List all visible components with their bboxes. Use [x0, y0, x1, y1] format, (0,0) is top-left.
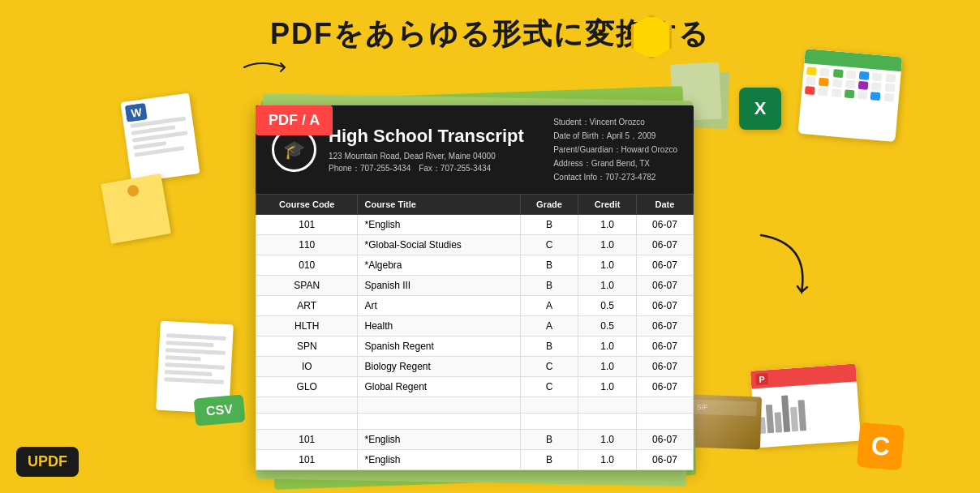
doc-line	[166, 333, 226, 341]
sticky-note-decoration	[101, 174, 171, 244]
table-cell-0	[256, 414, 358, 430]
document-header-middle: High School Transcript 123 Mountain Road…	[329, 126, 541, 174]
table-cell-0	[256, 397, 358, 414]
table-row	[256, 414, 694, 430]
excel-icon: X	[739, 88, 781, 130]
pdf-badge: PDF / A	[256, 105, 333, 135]
table-row	[256, 397, 694, 414]
cal-cell	[870, 92, 881, 101]
ppt-body	[751, 382, 860, 439]
transcript-table: Course Code Course Title Grade Credit Da…	[256, 194, 694, 470]
cal-cell	[846, 70, 857, 79]
table-cell-2	[520, 414, 578, 430]
table-cell-2: B	[520, 215, 578, 235]
cal-cell	[832, 69, 843, 78]
table-cell-0: IO	[256, 357, 358, 377]
table-cell-4: 06-07	[636, 296, 693, 316]
table-row: GLOGlobal RegentC1.006-07	[256, 377, 694, 397]
table-cell-1: *English	[358, 430, 520, 450]
word-doc-lines	[120, 93, 197, 165]
table-cell-2: B	[520, 337, 578, 357]
table-cell-2	[520, 397, 578, 414]
updf-badge: UPDF	[16, 447, 79, 477]
col-header-credit: Credit	[578, 195, 637, 215]
table-cell-1: Biology Regent	[358, 357, 520, 377]
doc-line	[165, 348, 226, 355]
contact: Contact Info：707-273-4782	[553, 170, 677, 184]
table-cell-3: 1.0	[578, 450, 637, 470]
table-cell-4: 06-07	[636, 235, 693, 255]
table-cell-0: 101	[256, 430, 358, 450]
table-cell-1: *Algebra	[358, 255, 520, 276]
table-cell-2: B	[520, 255, 578, 276]
table-header-row: Course Code Course Title Grade Credit Da…	[256, 195, 694, 215]
cal-cell	[806, 66, 817, 75]
table-cell-2: C	[520, 377, 578, 397]
table-cell-4	[636, 414, 693, 430]
table-cell-4: 06-07	[636, 450, 693, 470]
table-cell-1: Global Regent	[358, 377, 520, 397]
table-cell-0: HLTH	[256, 316, 358, 337]
text-doc-lines	[157, 321, 233, 395]
table-row: SPANSpanish IIIB1.006-07	[256, 276, 694, 296]
cal-cell	[885, 74, 896, 83]
table-row: 101*EnglishB1.006-07	[256, 215, 694, 235]
cal-cell	[858, 91, 868, 100]
table-cell-4: 06-07	[636, 430, 693, 450]
table-cell-2: B	[520, 276, 578, 296]
doc-line	[164, 377, 224, 384]
table-cell-3: 0.5	[578, 296, 637, 316]
table-row: 101*EnglishB1.006-07	[256, 430, 694, 450]
table-cell-2: A	[520, 316, 578, 337]
table-cell-4: 06-07	[636, 276, 693, 296]
doc-line	[165, 341, 213, 347]
table-cell-1: Spanish Regent	[358, 337, 520, 357]
cal-cell	[845, 89, 855, 98]
table-cell-3	[578, 414, 637, 430]
table-cell-4: 06-07	[636, 215, 693, 235]
table-cell-1: *English	[358, 450, 520, 470]
table-cell-4	[636, 397, 693, 414]
table-cell-3: 1.0	[578, 235, 637, 255]
student-name: Student：Vincent Orozco	[553, 115, 677, 129]
table-cell-0: 010	[256, 255, 358, 276]
table-cell-2: B	[520, 430, 578, 450]
table-cell-1: *English	[358, 215, 520, 235]
table-cell-0: ART	[256, 296, 358, 316]
bar	[790, 407, 798, 431]
cal-cell	[818, 88, 828, 96]
address-line1: 123 Mountain Road, Dead River, Maine 040…	[329, 150, 541, 162]
table-row: HLTHHealthA0.506-07	[256, 316, 694, 337]
document-container: PDF / A 🎓 High School Transcript 123 Mou…	[251, 93, 706, 491]
table-cell-1	[358, 414, 520, 430]
table-cell-3: 1.0	[578, 255, 637, 276]
bar	[781, 396, 790, 432]
bar-chart	[757, 390, 806, 434]
table-row: ARTArtA0.506-07	[256, 296, 694, 316]
document-header-right: Student：Vincent Orozco Date of Birth：Apr…	[553, 115, 677, 184]
cal-cell	[805, 86, 815, 95]
table-cell-0: SPN	[256, 337, 358, 357]
table-row: 010*AlgebraB1.006-07	[256, 255, 694, 276]
cal-cell	[831, 88, 841, 97]
table-cell-4: 06-07	[636, 316, 693, 337]
cal-cell	[819, 68, 830, 77]
document-address: 123 Mountain Road, Dead River, Maine 040…	[329, 150, 541, 174]
table-cell-3: 0.5	[578, 316, 637, 337]
col-header-date: Date	[636, 195, 693, 215]
table-cell-0: 110	[256, 235, 358, 255]
ppt-badge: P	[755, 373, 768, 385]
main-document: 🎓 High School Transcript 123 Mountain Ro…	[256, 105, 694, 470]
table-cell-3: 1.0	[578, 276, 637, 296]
table-cell-2: A	[520, 296, 578, 316]
cal-cell	[871, 82, 882, 91]
cal-cell	[819, 78, 829, 87]
cal-cell	[832, 79, 842, 88]
col-header-code: Course Code	[256, 195, 358, 215]
address-line2: Phone：707-255-3434 Fax：707-255-3434	[329, 162, 541, 174]
cal-cell	[845, 79, 856, 88]
table-row: SPNSpanish RegentB1.006-07	[256, 337, 694, 357]
doc-line	[165, 370, 213, 376]
table-cell-3: 1.0	[578, 215, 637, 235]
table-cell-1: Spanish III	[358, 276, 520, 296]
